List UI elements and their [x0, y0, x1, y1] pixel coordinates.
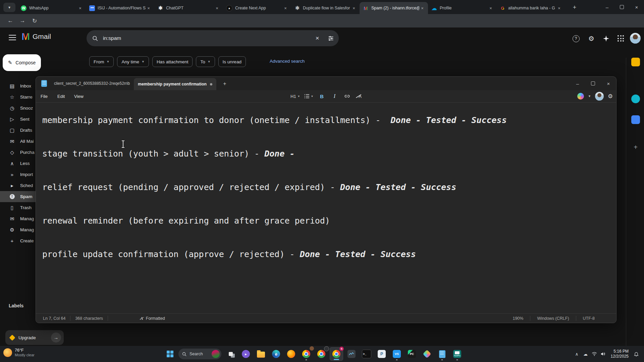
editor-maximize-button[interactable]: [585, 77, 601, 90]
heading-style-button[interactable]: H1▼: [289, 92, 301, 101]
taskbar-app-file-explorer[interactable]: [254, 347, 268, 361]
taskbar-app-firefox[interactable]: [284, 347, 298, 361]
settings-gear-icon[interactable]: ⚙: [586, 33, 597, 44]
taskbar-app-pycharm[interactable]: PC: [405, 347, 419, 361]
taskbar-app-chrome-profile-1[interactable]: [300, 347, 313, 361]
new-tab-button[interactable]: +: [570, 3, 579, 12]
taskbar-app-vscode[interactable]: VS: [390, 347, 404, 361]
clear-formatting-button[interactable]: A: [355, 92, 365, 101]
editor-new-tab-button[interactable]: +: [221, 80, 228, 87]
tab-close-icon[interactable]: ×: [146, 5, 152, 11]
search-options-icon[interactable]: [325, 33, 336, 44]
tab-close-icon[interactable]: ×: [419, 5, 425, 11]
minimize-button[interactable]: –: [600, 0, 614, 14]
taskbar-app-postgresql[interactable]: P: [375, 347, 388, 361]
back-button[interactable]: ←: [6, 16, 15, 25]
tasks-icon[interactable]: [631, 95, 640, 103]
tab-close-icon[interactable]: ×: [282, 5, 288, 11]
forward-button[interactable]: →: [18, 16, 27, 25]
taskbar-clock[interactable]: 5:16 PM 12/2/2025: [611, 349, 629, 359]
editor-close-button[interactable]: ×: [601, 77, 616, 90]
taskbar-app-taskpro[interactable]: TaskPro: [450, 347, 464, 361]
wifi-icon[interactable]: [590, 350, 599, 358]
search-icon[interactable]: [92, 35, 98, 42]
tab-close-icon[interactable]: ×: [351, 5, 357, 11]
taskbar-app-terminal[interactable]: >_: [360, 347, 373, 361]
browser-tab[interactable]: Gallahumma barik laha - G×: [496, 2, 565, 14]
tab-close-icon[interactable]: ×: [214, 5, 220, 11]
tab-title: Profile: [440, 6, 488, 10]
browser-tab[interactable]: ☁Profile×: [428, 2, 496, 14]
filter-chip-from[interactable]: From▼: [89, 56, 114, 67]
volume-icon[interactable]: [599, 350, 607, 358]
arrow-right-icon: →: [51, 333, 61, 343]
gemini-sparkle-icon[interactable]: [600, 33, 612, 44]
advanced-search-link[interactable]: Advanced search: [270, 59, 305, 64]
taskbar-app-dbeaver[interactable]: [420, 347, 434, 361]
italic-button[interactable]: I: [329, 92, 340, 101]
taskbar-app-edge[interactable]: e: [269, 347, 283, 361]
weather-widget[interactable]: 76°F Mostly clear: [3, 348, 35, 357]
filter-chip-is-unread[interactable]: Is unread: [218, 56, 246, 67]
tab-close-icon[interactable]: ×: [77, 5, 83, 11]
main-menu-icon[interactable]: [9, 35, 16, 40]
editor-tab-membership[interactable]: membership payment confirmation: [134, 78, 216, 90]
browser-tab[interactable]: ISIJ - Automation/Flows S×: [86, 2, 154, 14]
menu-file[interactable]: File: [39, 90, 50, 102]
chevron-down-icon: ▼: [107, 60, 110, 63]
formatted-mode-label[interactable]: Formatted: [146, 316, 165, 321]
tab-search-button[interactable]: ▾: [3, 3, 15, 12]
browser-tab[interactable]: ✱Duplicate flow in Salesfor×: [291, 2, 360, 14]
browser-tab[interactable]: ✱ChatGPT×: [154, 2, 223, 14]
close-button[interactable]: ×: [629, 0, 644, 14]
keep-icon[interactable]: [631, 58, 640, 66]
taskbar-app-system-monitor[interactable]: [345, 347, 358, 361]
maximize-button[interactable]: [614, 0, 629, 14]
hidden-icons-chevron[interactable]: ∧: [573, 350, 581, 358]
zoom-level[interactable]: 190%: [513, 316, 523, 321]
editor-minimize-button[interactable]: –: [570, 77, 585, 90]
clear-search-icon[interactable]: ×: [312, 33, 323, 44]
link-button[interactable]: [342, 92, 353, 101]
browser-tab[interactable]: MSpam (2) - ishann.tforce@×: [360, 2, 428, 14]
taskbar-app-task-view[interactable]: [224, 347, 237, 361]
copilot-icon[interactable]: [577, 93, 584, 100]
list-style-button[interactable]: ▼: [303, 92, 315, 101]
editor-text-area[interactable]: membership payment confirmation to donor…: [36, 103, 616, 314]
editor-account-avatar[interactable]: [595, 92, 604, 101]
menu-edit[interactable]: Edit: [55, 90, 67, 102]
editor-settings-icon[interactable]: ⚙: [608, 93, 613, 100]
menu-view[interactable]: View: [72, 90, 86, 102]
start-button[interactable]: [164, 348, 176, 360]
tab-close-icon[interactable]: ×: [488, 5, 494, 11]
filter-chip-to[interactable]: To▼: [196, 56, 215, 67]
tab-close-icon[interactable]: ×: [556, 5, 562, 11]
taskbar-app-notepad[interactable]: [435, 347, 449, 361]
google-apps-icon[interactable]: [615, 33, 627, 44]
taskbar-app-chrome-profile-2[interactable]: [315, 347, 328, 361]
contacts-icon[interactable]: [631, 115, 640, 124]
taskbar-app-meet-app[interactable]: ▸: [239, 347, 253, 361]
taskbar-search[interactable]: Search: [178, 349, 221, 359]
browser-tab[interactable]: ▲Create Next App×: [223, 2, 291, 14]
upgrade-button[interactable]: Upgrade →: [5, 330, 64, 345]
taskbar-app-chrome-profile-3[interactable]: S: [330, 347, 343, 361]
browser-tab[interactable]: WWhatsApp×: [17, 2, 86, 14]
bold-button[interactable]: B: [316, 92, 327, 101]
gmail-search-bar[interactable]: in:spam ×: [87, 30, 339, 46]
onedrive-cloud-icon[interactable]: ☁: [581, 350, 590, 358]
filter-chip-any-time[interactable]: Any time▼: [117, 56, 149, 67]
line-ending[interactable]: Windows (CRLF): [537, 316, 569, 321]
get-addons-icon[interactable]: +: [631, 143, 640, 152]
encoding[interactable]: UTF-8: [583, 316, 595, 321]
notifications-bell-icon[interactable]: [632, 350, 641, 358]
search-input[interactable]: in:spam: [103, 35, 312, 41]
chevron-down-icon: ▼: [311, 95, 314, 98]
editor-tab-client-secret[interactable]: client_secret_2_60053885332-2reqe52rrib: [51, 77, 132, 90]
reload-button[interactable]: ↻: [30, 16, 39, 25]
compose-button[interactable]: ✎ Compose: [3, 54, 41, 71]
account-avatar[interactable]: [630, 33, 641, 44]
help-icon[interactable]: ?: [570, 33, 582, 44]
chevron-down-icon[interactable]: ▼: [588, 95, 591, 98]
filter-chip-has-attachment[interactable]: Has attachment: [152, 56, 193, 67]
